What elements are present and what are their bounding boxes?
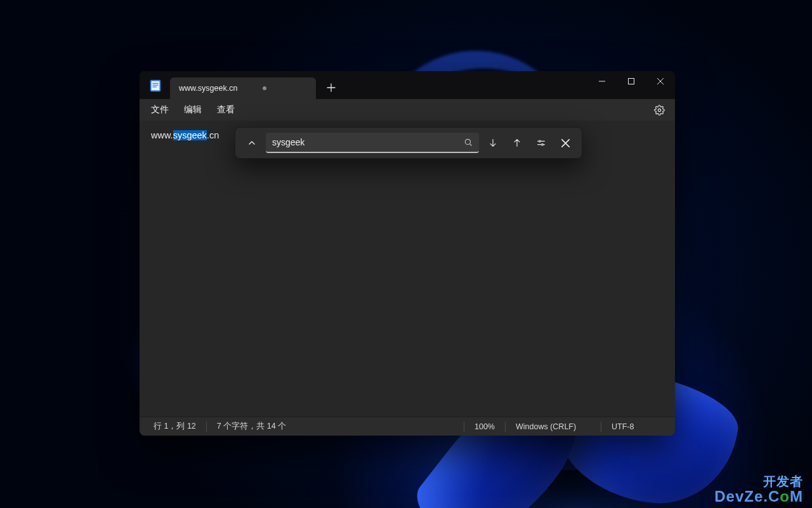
find-bar [235, 127, 582, 159]
watermark-line1: 开发者 [714, 475, 803, 488]
svg-point-6 [658, 109, 660, 111]
svg-point-9 [542, 144, 544, 145]
svg-rect-1 [152, 81, 160, 91]
svg-point-8 [539, 140, 541, 142]
find-input[interactable] [272, 137, 464, 147]
window-controls [587, 71, 675, 99]
find-options-button[interactable] [531, 133, 551, 153]
new-tab-button[interactable] [321, 77, 341, 98]
menu-edit[interactable]: 编辑 [179, 102, 207, 118]
find-expand-button[interactable] [242, 133, 262, 153]
find-previous-button[interactable] [507, 133, 527, 153]
notepad-app-icon [148, 79, 162, 93]
search-icon [464, 138, 473, 147]
menubar: 文件 编辑 查看 [140, 99, 675, 121]
text-highlighted-match: sysgeek [173, 130, 207, 140]
watermark: 开发者 DevZe.CoM [714, 475, 803, 504]
status-encoding[interactable]: UTF-8 [601, 422, 671, 431]
menu-view[interactable]: 查看 [212, 102, 240, 118]
menu-file[interactable]: 文件 [146, 102, 174, 118]
minimize-button[interactable] [587, 71, 617, 91]
maximize-button[interactable] [617, 71, 646, 91]
find-close-button[interactable] [555, 133, 575, 153]
close-button[interactable] [646, 71, 675, 91]
settings-button[interactable] [650, 100, 669, 119]
titlebar: www.sysgeek.cn [140, 71, 675, 99]
status-position[interactable]: 行 1，列 12 [143, 421, 206, 432]
notepad-window: www.sysgeek.cn 文件 编辑 查看 www.sysgeek.cn [140, 71, 675, 436]
status-zoom[interactable]: 100% [464, 422, 505, 431]
text-prefix: www. [151, 130, 173, 140]
find-input-wrap[interactable] [266, 133, 479, 153]
status-selection: 7 个字符，共 14 个 [207, 421, 296, 432]
svg-point-7 [465, 139, 470, 144]
unsaved-indicator-icon [263, 86, 266, 90]
statusbar: 行 1，列 12 7 个字符，共 14 个 100% Windows (CRLF… [140, 417, 675, 436]
editor-content[interactable]: www.sysgeek.cn [140, 121, 675, 417]
svg-rect-5 [629, 79, 634, 84]
status-eol[interactable]: Windows (CRLF) [506, 422, 601, 431]
find-next-button[interactable] [483, 133, 503, 153]
document-tab[interactable]: www.sysgeek.cn [170, 77, 316, 99]
watermark-line2: DevZe.CoM [714, 488, 803, 504]
tab-title: www.sysgeek.cn [179, 84, 237, 93]
text-suffix: .cn [207, 130, 219, 140]
